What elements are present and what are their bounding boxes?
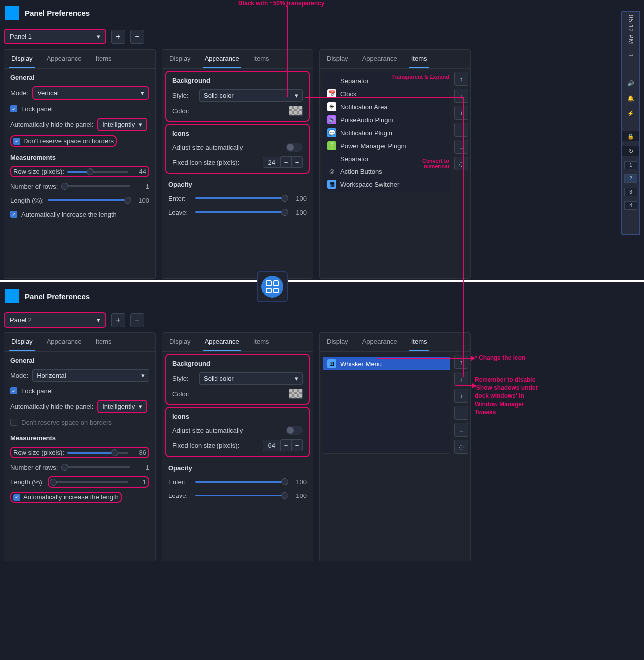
item-remove-button[interactable]: − — [454, 123, 468, 137]
add-panel-button[interactable]: + — [111, 30, 125, 44]
workspace-1[interactable]: 1 — [624, 161, 637, 169]
list-item[interactable]: 🔊PulseAudio Plugin — [323, 113, 450, 126]
list-item[interactable]: 💬Notification Plugin — [323, 126, 450, 139]
lock-panel-checkbox[interactable]: ✓ — [10, 105, 17, 112]
list-item[interactable]: ⊞Whisker Menu — [323, 357, 450, 370]
item-remove-button[interactable]: − — [454, 406, 468, 420]
autolen-checkbox[interactable]: ✓ — [13, 494, 20, 501]
list-item[interactable]: 🔋Power Manager Plugin — [323, 139, 450, 152]
length-slider[interactable] — [48, 199, 130, 201]
tab-display[interactable]: Display — [162, 333, 198, 351]
tab-appearance[interactable]: Appearance — [198, 50, 246, 68]
tab-display[interactable]: Display — [320, 50, 355, 68]
rowsize-slider[interactable] — [67, 171, 128, 173]
lock-panel-checkbox[interactable]: ✓ — [10, 387, 17, 394]
tab-items[interactable]: Items — [246, 333, 276, 351]
tab-items[interactable]: Items — [89, 333, 119, 351]
tab-appearance[interactable]: Appearance — [355, 333, 404, 351]
length-slider[interactable] — [51, 481, 128, 483]
tray-display-icon[interactable]: ▭ — [626, 49, 636, 59]
add-panel-button[interactable]: + — [111, 313, 125, 327]
leave-slider[interactable] — [195, 211, 288, 213]
fixedicon-spinner[interactable]: 64 − + — [263, 439, 303, 451]
autohide-dropdown[interactable]: Intelligently ▾ — [97, 400, 147, 413]
enter-slider[interactable] — [195, 197, 288, 199]
dock-launcher-icon[interactable] — [257, 271, 288, 302]
leave-value: 100 — [292, 492, 307, 499]
tab-appearance[interactable]: Appearance — [198, 333, 246, 351]
items-panel: Display Appearance Items Transparent & E… — [319, 49, 471, 279]
tab-display[interactable]: Display — [162, 50, 198, 68]
spinner-minus-button[interactable]: − — [281, 156, 292, 168]
noreserve-checkbox[interactable]: ✓ — [13, 138, 20, 145]
tray-notification-icon[interactable]: 🔔 — [626, 93, 636, 103]
enter-slider[interactable] — [195, 481, 288, 483]
remove-panel-button[interactable]: − — [130, 30, 144, 44]
annot-shadows: Remember to disable 'Show shadows under … — [475, 376, 545, 416]
tray-lock-icon[interactable]: 🔒 — [622, 131, 639, 141]
item-add-button[interactable]: + — [454, 389, 468, 403]
remove-panel-button[interactable]: − — [130, 313, 144, 327]
list-item[interactable]: 📅Clock — [323, 87, 450, 100]
spinner-plus-button[interactable]: + — [292, 156, 303, 168]
tray-logout-icon[interactable]: ↻ — [622, 146, 639, 156]
mode-dropdown[interactable]: Vertical ▾ — [32, 86, 149, 100]
tab-appearance[interactable]: Appearance — [40, 333, 89, 351]
mode-value: Vertical — [37, 89, 59, 97]
tray-volume-icon[interactable]: 🔊 — [626, 78, 636, 88]
tab-display[interactable]: Display — [4, 50, 40, 68]
workspace-3[interactable]: 3 — [624, 188, 637, 196]
nrows-slider[interactable] — [62, 185, 130, 187]
item-move-down-button[interactable]: ↓ — [454, 372, 468, 386]
nrows-slider[interactable] — [62, 466, 130, 468]
item-move-up-button[interactable]: ↑ — [454, 72, 468, 86]
item-move-down-button[interactable]: ↓ — [454, 89, 468, 103]
autolen-label: Automatically increase the length — [21, 211, 117, 218]
noreserve-label: Don't reserve space on borders — [21, 419, 112, 426]
spinner-minus-button[interactable]: − — [281, 439, 292, 451]
panel-selector[interactable]: Panel 2 ▾ — [4, 312, 106, 328]
items-list[interactable]: ⊞Whisker Menu — [323, 355, 450, 454]
item-properties-button[interactable]: ≡ — [454, 423, 468, 437]
item-add-button[interactable]: + — [454, 106, 468, 120]
tab-items[interactable]: Items — [404, 50, 434, 68]
tab-appearance[interactable]: Appearance — [40, 50, 89, 68]
autolen-checkbox[interactable]: ✓ — [10, 211, 17, 218]
tray-power-icon[interactable]: ⚡ — [626, 108, 636, 118]
autoicon-toggle[interactable] — [286, 143, 303, 152]
workspace-4[interactable]: 4 — [624, 201, 637, 210]
item-about-button[interactable]: ◌ — [454, 440, 468, 454]
item-label: Whisker Menu — [340, 360, 382, 368]
panel-clock[interactable]: 05:12 PM — [627, 15, 634, 44]
length-value: 1 — [131, 478, 146, 486]
color-picker[interactable] — [289, 106, 303, 116]
tab-items[interactable]: Items — [404, 333, 434, 351]
items-list[interactable]: —Separator📅Clock✳Notification Area🔊Pulse… — [323, 72, 450, 193]
leave-label: Leave: — [168, 209, 191, 216]
opacity-heading: Opacity — [162, 176, 313, 191]
list-item[interactable]: ▦Workspace Switcher — [323, 178, 450, 191]
workspace-2[interactable]: 2 — [624, 174, 637, 183]
spinner-plus-button[interactable]: + — [292, 439, 303, 451]
leave-slider[interactable] — [195, 495, 288, 496]
window-title: Panel Preferences — [25, 9, 90, 17]
list-item[interactable]: ✳Notification Area — [323, 100, 450, 113]
tab-display[interactable]: Display — [4, 333, 40, 351]
panel-selector[interactable]: Panel 1 ▾ — [4, 29, 106, 44]
fixedicon-spinner[interactable]: 24 − + — [263, 156, 303, 168]
autoicon-toggle[interactable] — [286, 426, 303, 435]
rowsize-slider[interactable] — [67, 452, 128, 454]
item-properties-button[interactable]: ≡ — [454, 140, 468, 154]
items-panel: Display Appearance Items ⊞Whisker Menu ↑… — [319, 332, 471, 561]
mode-dropdown[interactable]: Horizontal ▾ — [32, 369, 149, 382]
autohide-dropdown[interactable]: Intelligently ▾ — [97, 118, 147, 131]
tab-appearance[interactable]: Appearance — [355, 50, 404, 68]
tab-items[interactable]: Items — [246, 50, 276, 68]
chevron-down-icon: ▾ — [295, 92, 298, 99]
tab-items[interactable]: Items — [89, 50, 119, 68]
item-move-up-button[interactable]: ↑ — [454, 355, 468, 369]
item-about-button[interactable]: ◌ — [454, 157, 468, 170]
style-dropdown[interactable]: Solid color ▾ — [199, 372, 303, 385]
color-picker[interactable] — [289, 389, 303, 399]
tab-display[interactable]: Display — [320, 333, 355, 351]
